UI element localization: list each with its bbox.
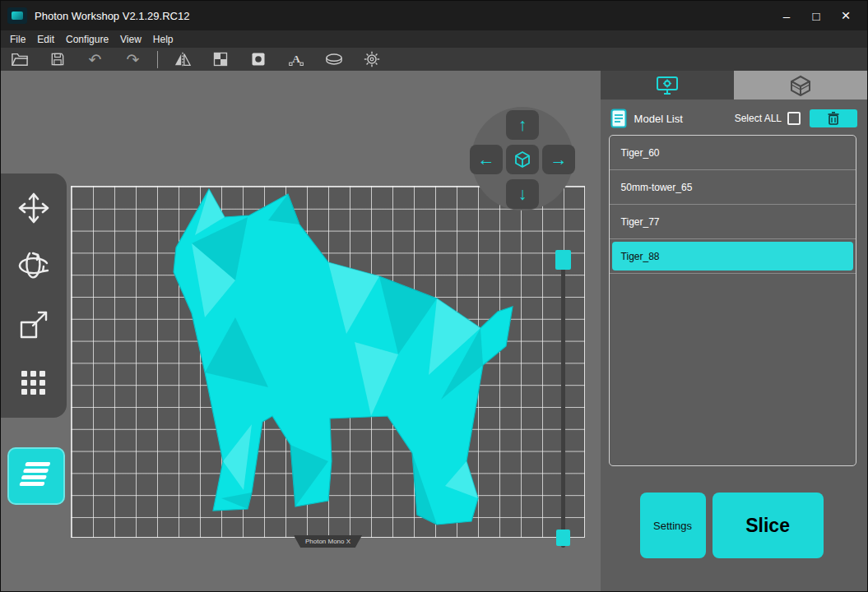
monitor-gear-icon (655, 75, 680, 96)
save-button[interactable] (44, 49, 71, 70)
model-list-row[interactable]: Tiger_60 (610, 136, 856, 169)
nav-right-button[interactable]: → (542, 145, 575, 174)
model-list: Tiger_60 50mm-tower_65 Tiger_77 Tiger_88 (609, 135, 856, 466)
move-tool-button[interactable] (7, 181, 60, 235)
nav-cube-button[interactable] (506, 145, 539, 174)
window-title: Photon Workshop V2.1.29.RC12 (35, 10, 189, 22)
cylinder-icon (324, 51, 344, 67)
toolbar: ↶ ↷ A (1, 48, 867, 71)
move-icon (16, 191, 51, 225)
rotate-icon (16, 249, 52, 284)
delete-model-button[interactable] (810, 109, 857, 127)
menu-view[interactable]: View (114, 32, 147, 47)
view-cube-icon (513, 150, 532, 169)
window-controls: – □ × (772, 4, 861, 27)
text-button[interactable]: A (282, 49, 309, 70)
model-list-header: Model List Select ALL (601, 102, 867, 135)
menu-bar: File Edit Configure View Help (1, 30, 867, 48)
z-slider-top-handle[interactable] (555, 250, 571, 270)
viewport-3d[interactable]: Photon Mono X (1, 71, 601, 592)
toolbar-separator (157, 51, 158, 68)
mirror-button[interactable] (169, 49, 196, 70)
svg-text:A: A (292, 53, 300, 65)
model-list-row[interactable]: Tiger_77 (610, 205, 856, 238)
settings-button[interactable]: Settings (640, 493, 706, 558)
menu-configure[interactable]: Configure (60, 32, 114, 47)
trash-icon (828, 112, 839, 125)
punch-hole-icon (250, 51, 267, 67)
select-all-checkbox[interactable] (787, 112, 801, 125)
undo-icon: ↶ (89, 52, 102, 67)
menu-file[interactable]: File (4, 32, 31, 47)
punch-hole-button[interactable] (244, 49, 272, 70)
save-icon (49, 51, 66, 67)
rotate-gear-button[interactable] (358, 49, 385, 70)
slice-view-button[interactable] (7, 447, 65, 505)
z-slider-bottom-handle[interactable] (556, 530, 570, 546)
maximize-button[interactable]: □ (801, 4, 831, 27)
panel-tabs (601, 71, 867, 99)
right-panel: Model List Select ALL Tiger_60 50mm-towe… (601, 71, 867, 592)
sliced-box-icon (789, 75, 812, 96)
layers-icon (17, 458, 55, 494)
scale-tool-button[interactable] (7, 298, 60, 352)
select-all-label: Select ALL (735, 113, 782, 124)
tab-slice-preview[interactable] (734, 71, 867, 99)
array-icon (17, 367, 50, 400)
redo-icon: ↷ (127, 52, 140, 67)
minimize-button[interactable]: – (772, 4, 801, 27)
scale-icon (16, 308, 51, 342)
tab-print-settings[interactable] (601, 71, 734, 99)
model-list-title: Model List (634, 113, 683, 125)
array-tool-button[interactable] (7, 356, 60, 410)
model-list-row[interactable]: Tiger_88 (612, 242, 853, 271)
title-bar: Photon Workshop V2.1.29.RC12 – □ × (1, 1, 867, 30)
model-list-row[interactable]: 50mm-tower_65 (610, 170, 856, 204)
menu-help[interactable]: Help (147, 32, 179, 47)
checker-button[interactable] (207, 49, 234, 70)
rotate-tool-button[interactable] (7, 239, 60, 294)
checker-icon (212, 51, 229, 67)
z-slider-track[interactable] (561, 258, 565, 548)
cylinder-button[interactable] (320, 49, 347, 70)
nav-down-button[interactable]: ↓ (506, 179, 539, 209)
open-button[interactable] (6, 49, 33, 70)
menu-edit[interactable]: Edit (31, 32, 60, 47)
redo-button[interactable]: ↷ (119, 49, 146, 70)
close-button[interactable]: × (831, 4, 861, 27)
transform-tool-palette (1, 173, 67, 418)
document-icon (610, 109, 627, 128)
undo-button[interactable]: ↶ (81, 49, 109, 70)
mirror-icon (174, 51, 192, 67)
slice-button[interactable]: Slice (713, 493, 824, 558)
gear-icon (363, 50, 381, 68)
text-icon: A (288, 51, 304, 67)
open-folder-icon (11, 51, 29, 67)
nav-up-button[interactable]: ↑ (506, 110, 539, 140)
nav-left-button[interactable]: ← (470, 145, 503, 174)
app-icon (7, 7, 27, 24)
